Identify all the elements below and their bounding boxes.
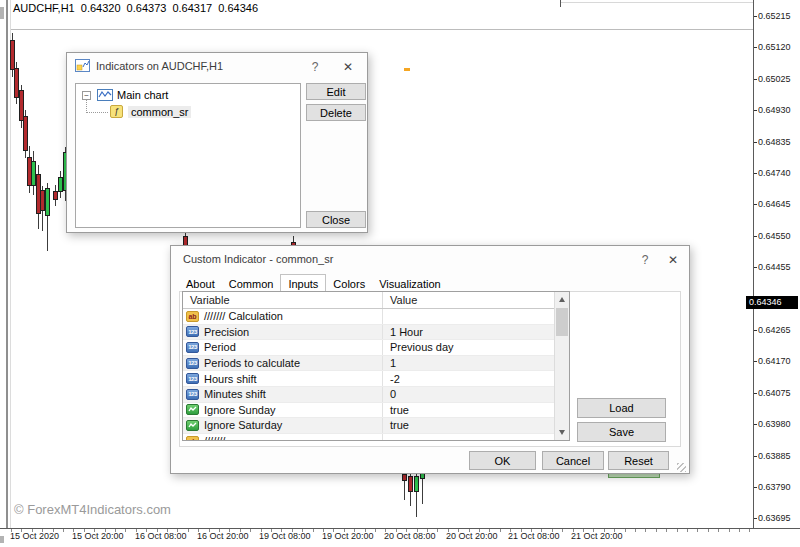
collapse-icon[interactable]: − — [82, 91, 91, 100]
param-variable-name: Ignore Sunday — [204, 404, 276, 416]
tab-strip: AboutCommonInputsColorsVisualization — [179, 274, 448, 292]
function-icon: ƒ — [110, 105, 123, 118]
chart-top-border-right — [560, 2, 753, 3]
tab-common[interactable]: Common — [222, 277, 281, 292]
param-value[interactable]: 1 Hour — [383, 326, 423, 338]
column-header-variable: Variable — [183, 292, 383, 308]
tab-about[interactable]: About — [179, 277, 222, 292]
column-header-value: Value — [383, 294, 417, 306]
time-axis-label: 19 Oct 20:00 — [322, 531, 374, 541]
table-scrollbar[interactable] — [554, 292, 569, 440]
price-axis-tick — [754, 110, 757, 111]
dialog-title: Indicators on AUDCHF,H1 — [96, 60, 223, 72]
close-icon[interactable]: ✕ — [339, 59, 357, 75]
price-axis-label: 0.64550 — [758, 231, 791, 241]
price-axis-label: 0.63695 — [758, 513, 791, 523]
param-row[interactable]: 123Precision1 Hour — [183, 325, 554, 341]
delete-button[interactable]: Delete — [306, 104, 366, 121]
tree-node-label: Main chart — [117, 89, 168, 101]
time-axis-label: 20 Oct 20:00 — [446, 531, 498, 541]
scroll-up-icon[interactable] — [555, 292, 569, 307]
candle-body — [10, 40, 15, 70]
chart-icon — [97, 89, 113, 101]
param-value[interactable]: -2 — [383, 373, 400, 385]
tab-visualization[interactable]: Visualization — [372, 277, 448, 292]
symbol-ohlc-readout: AUDCHF,H1 0.64320 0.64373 0.64317 0.6434… — [13, 2, 258, 14]
candle-body — [408, 476, 413, 492]
table-rows: ab/////// Calculation123Precision1 Hour1… — [183, 309, 569, 441]
param-row[interactable]: ab/////// Calculation — [183, 309, 554, 325]
indicator-mark — [404, 68, 410, 71]
chart-shift-marker — [560, 0, 561, 7]
help-button[interactable]: ? — [637, 252, 653, 268]
reset-button[interactable]: Reset — [608, 451, 669, 470]
time-axis-label: 21 Oct 08:00 — [508, 531, 560, 541]
price-axis-tick — [754, 173, 757, 174]
param-variable-name: Ignore Saturday — [204, 419, 282, 431]
param-row[interactable]: 123Periods to calculate1 — [183, 356, 554, 372]
save-button[interactable]: Save — [577, 422, 666, 442]
price-axis-label: 0.65120 — [758, 42, 791, 52]
param-row[interactable]: Ignore Sundaytrue — [183, 403, 554, 419]
param-row[interactable]: 123Minutes shift0 — [183, 387, 554, 403]
indicators-dialog-icon — [75, 59, 90, 72]
resize-grip[interactable] — [677, 463, 686, 472]
param-value[interactable]: 1 — [383, 357, 396, 369]
param-row[interactable]: 123PeriodPrevious day — [183, 340, 554, 356]
scrollbar-thumb[interactable] — [556, 308, 568, 336]
price-axis-label: 0.63790 — [758, 482, 791, 492]
watermark: © ForexMT4Indicators.com — [14, 502, 171, 517]
candle-body — [45, 188, 50, 216]
price-axis-tick — [754, 16, 757, 17]
tab-inputs[interactable]: Inputs — [280, 274, 326, 292]
price-axis-tick — [754, 518, 757, 519]
param-row[interactable]: Ignore Saturdaytrue — [183, 418, 554, 434]
candle-body — [402, 474, 407, 481]
time-axis-label: 16 Oct 08:00 — [135, 531, 187, 541]
chart-top-border — [11, 29, 753, 30]
price-axis-tick — [754, 393, 757, 394]
tree-connector — [86, 112, 108, 113]
price-axis-tick — [754, 267, 757, 268]
param-variable-cell: 123Period — [183, 340, 383, 355]
tab-colors[interactable]: Colors — [326, 277, 372, 292]
price-axis-label: 0.64265 — [758, 325, 791, 335]
tree-node-common-sr[interactable]: ƒ common_sr — [110, 105, 191, 118]
price-axis-tick — [754, 142, 757, 143]
bool-param-icon — [186, 404, 199, 415]
param-variable-name: /////// — [204, 435, 225, 441]
candle-body — [414, 476, 419, 492]
close-button[interactable]: Close — [306, 211, 366, 228]
param-row[interactable]: ab/////// — [183, 434, 554, 441]
price-axis-label: 0.64075 — [758, 388, 791, 398]
param-value[interactable]: Previous day — [383, 341, 454, 353]
price-axis-label: 0.64740 — [758, 168, 791, 178]
param-variable-cell: 123Precision — [183, 325, 383, 340]
close-icon[interactable]: ✕ — [664, 252, 682, 268]
param-row[interactable]: 123Hours shift-2 — [183, 371, 554, 387]
tree-node-main-chart[interactable]: − Main chart — [82, 89, 168, 101]
custom-indicator-dialog: Custom Indicator - common_sr ? ✕ AboutCo… — [170, 245, 690, 474]
string-param-icon: ab — [186, 311, 199, 322]
edit-button[interactable]: Edit — [306, 83, 366, 100]
load-button[interactable]: Load — [577, 398, 666, 418]
param-variable-name: Periods to calculate — [204, 357, 300, 369]
param-value[interactable]: true — [383, 404, 409, 416]
time-axis-label: 16 Oct 20:00 — [197, 531, 249, 541]
param-value[interactable]: 0 — [383, 388, 396, 400]
number-param-icon: 123 — [186, 358, 199, 369]
tree-node-label-selected: common_sr — [128, 106, 191, 118]
scroll-down-icon[interactable] — [555, 425, 569, 440]
help-button[interactable]: ? — [307, 59, 323, 75]
string-param-icon: ab — [186, 436, 199, 441]
param-value[interactable]: true — [383, 419, 409, 431]
cancel-button[interactable]: Cancel — [542, 451, 604, 470]
time-axis-label: 15 Oct 20:00 — [72, 531, 124, 541]
ok-button[interactable]: OK — [469, 451, 536, 470]
table-header: Variable Value — [183, 292, 554, 309]
price-axis-tick — [754, 236, 757, 237]
price-axis-label: 0.63885 — [758, 451, 791, 461]
price-axis-tick — [754, 79, 757, 80]
number-param-icon: 123 — [186, 342, 199, 353]
number-param-icon: 123 — [186, 389, 199, 400]
